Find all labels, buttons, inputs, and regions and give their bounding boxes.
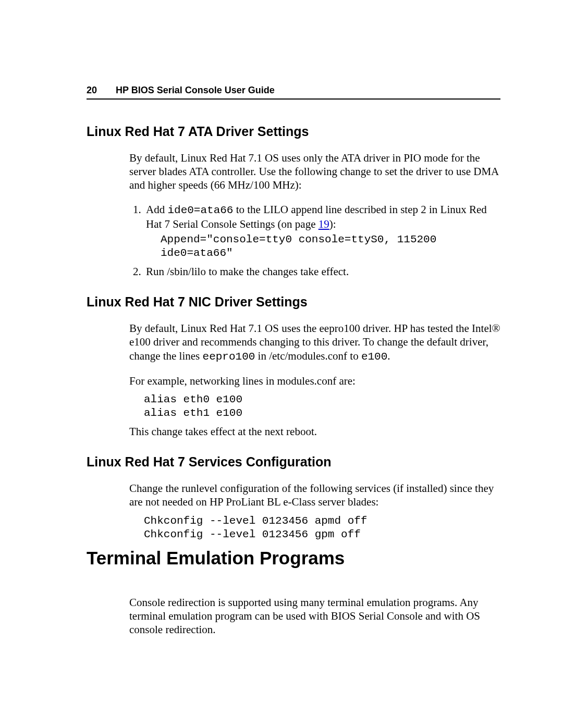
nic-p1-code2: e100 <box>361 351 387 363</box>
section-nic: Linux Red Hat 7 NIC Driver Settings By d… <box>87 294 500 438</box>
svc-code-block: Chkconfig --level 0123456 apmd off Chkco… <box>144 514 500 542</box>
ata-step-1: Add ide0=ata66 to the LILO append line d… <box>144 203 500 261</box>
page-number: 20 <box>87 84 97 96</box>
body-services: Change the runlevel configuration of the… <box>129 482 500 541</box>
ata-intro: By default, Linux Red Hat 7.1 OS uses on… <box>129 151 500 192</box>
nic-p1-b: in /etc/modules.conf to <box>255 350 361 362</box>
svc-p1: Change the runlevel configuration of the… <box>129 482 500 509</box>
page-ref-link[interactable]: 19 <box>319 218 329 230</box>
body-nic: By default, Linux Red Hat 7.1 OS uses th… <box>129 322 500 438</box>
section-terminal: Terminal Emulation Programs Console redi… <box>87 547 500 637</box>
heading-nic: Linux Red Hat 7 NIC Driver Settings <box>87 294 500 310</box>
ata-step1-post-b: ): <box>329 218 336 230</box>
ata-step1-pre: Add <box>146 203 167 216</box>
section-services: Linux Red Hat 7 Services Configuration C… <box>87 454 500 541</box>
body-terminal: Console redirection is supported using m… <box>129 596 500 637</box>
ata-code-block: Append="console=tty0 console=ttyS0, 1152… <box>161 233 500 261</box>
nic-p1-c: . <box>387 350 390 362</box>
nic-p1-code1: eepro100 <box>203 351 255 363</box>
running-head: 20 HP BIOS Serial Console User Guide <box>87 84 500 100</box>
ata-step1-inline-code: ide0=ata66 <box>167 204 233 216</box>
section-ata: Linux Red Hat 7 ATA Driver Settings By d… <box>87 124 500 278</box>
nic-code-block: alias eth0 e100 alias eth1 e100 <box>144 393 500 421</box>
heading-ata: Linux Red Hat 7 ATA Driver Settings <box>87 124 500 140</box>
body-ata: By default, Linux Red Hat 7.1 OS uses on… <box>129 151 500 278</box>
ata-step-2: Run /sbin/lilo to make the changes take … <box>144 265 500 278</box>
term-p1: Console redirection is supported using m… <box>129 596 500 637</box>
nic-p1: By default, Linux Red Hat 7.1 OS uses th… <box>129 322 500 364</box>
page: 20 HP BIOS Serial Console User Guide Lin… <box>0 0 563 728</box>
heading-terminal: Terminal Emulation Programs <box>87 547 500 570</box>
heading-services: Linux Red Hat 7 Services Configuration <box>87 454 500 470</box>
nic-p3: This change takes effect at the next reb… <box>129 425 500 438</box>
ata-steps: Add ide0=ata66 to the LILO append line d… <box>129 203 500 278</box>
document-title: HP BIOS Serial Console User Guide <box>116 84 275 96</box>
nic-p2: For example, networking lines in modules… <box>129 374 500 388</box>
